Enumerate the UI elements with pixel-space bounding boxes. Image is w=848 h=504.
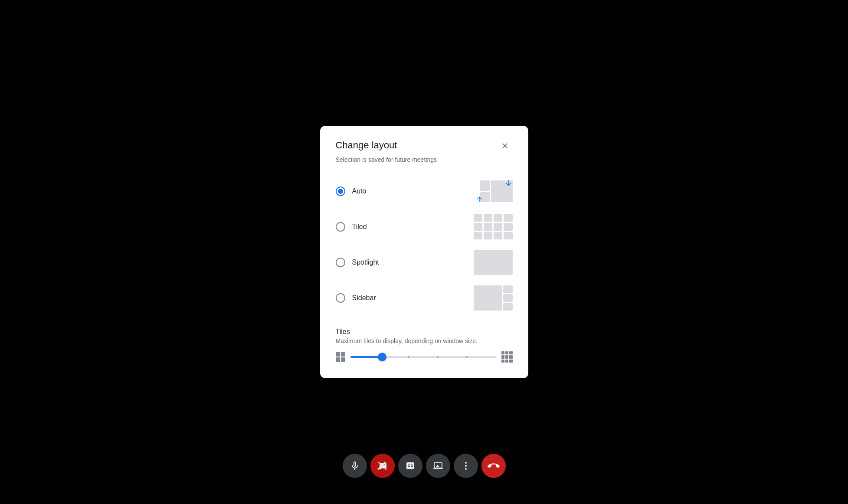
dialog-title: Change layout [336, 140, 397, 151]
thumb-auto [474, 179, 513, 204]
svg-point-0 [465, 462, 467, 464]
slider-row [336, 351, 513, 363]
slider-track [350, 356, 496, 358]
microphone-icon [350, 461, 360, 471]
layout-label-tiled: Tiled [352, 223, 367, 231]
thumb-tiled [474, 214, 513, 239]
end-call-icon [488, 460, 500, 472]
captions-icon [405, 461, 416, 471]
layout-label-sidebar: Sidebar [352, 294, 376, 302]
layout-option-sidebar[interactable]: Sidebar [336, 280, 513, 316]
layout-options: Auto Tiled [336, 173, 513, 316]
dialog-header: Change layout [336, 140, 513, 154]
tiles-slider[interactable] [350, 352, 496, 362]
svg-point-1 [465, 465, 467, 467]
layout-option-auto[interactable]: Auto [336, 173, 513, 209]
layout-label-auto: Auto [352, 187, 367, 195]
more-options-button[interactable] [454, 454, 478, 478]
slider-dot [408, 356, 409, 358]
end-call-button[interactable] [481, 454, 506, 478]
grid-small-icon [336, 352, 345, 362]
captions-button[interactable] [398, 454, 422, 478]
arrow-up-icon [475, 195, 483, 203]
microphone-button[interactable] [343, 454, 367, 478]
present-button[interactable] [426, 454, 450, 478]
radio-sidebar[interactable] [336, 293, 345, 303]
change-layout-dialog: Change layout Selection is saved for fut… [320, 126, 528, 378]
thumb-spotlight [474, 250, 513, 275]
tiles-subtitle: Maximum tiles to display, depending on w… [336, 337, 513, 344]
svg-point-2 [465, 468, 467, 470]
layout-option-spotlight[interactable]: Spotlight [336, 245, 513, 280]
layout-option-tiled[interactable]: Tiled [336, 209, 513, 245]
camera-off-icon [377, 461, 388, 471]
slider-dot [466, 356, 468, 358]
radio-auto[interactable] [336, 187, 345, 196]
radio-tiled[interactable] [336, 222, 345, 232]
slider-dot [437, 356, 439, 358]
arrow-down-icon [504, 179, 513, 187]
slider-thumb[interactable] [378, 353, 386, 361]
more-options-icon [461, 461, 471, 471]
radio-spotlight[interactable] [336, 258, 345, 267]
toolbar [343, 454, 506, 478]
present-icon [433, 461, 443, 471]
layout-label-spotlight: Spotlight [352, 259, 379, 266]
close-button[interactable] [497, 138, 513, 154]
close-icon [501, 141, 509, 150]
tiles-title: Tiles [336, 328, 513, 336]
dialog-subtitle: Selection is saved for future meetings [336, 156, 513, 163]
camera-button[interactable] [370, 454, 395, 478]
tiles-section: Tiles Maximum tiles to display, dependin… [336, 328, 513, 363]
grid-large-icon [501, 351, 513, 363]
thumb-sidebar [474, 285, 513, 311]
